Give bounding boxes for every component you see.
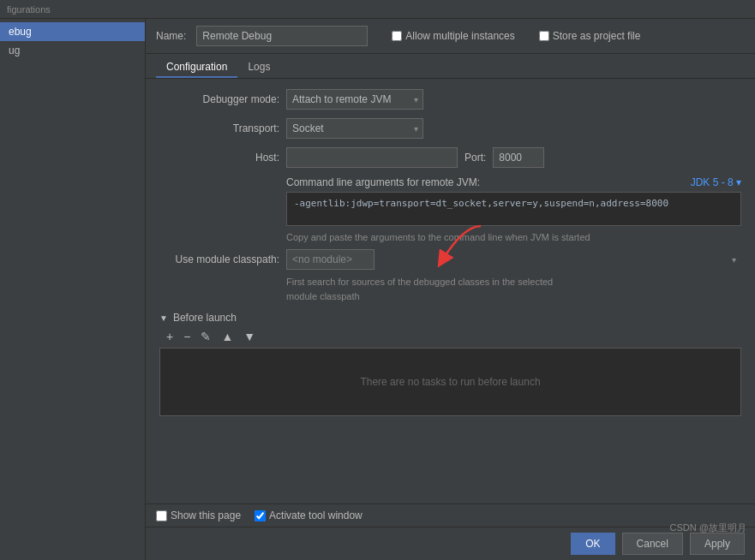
activate-tool-group: Activate tool window xyxy=(255,509,363,521)
transport-row: Transport: Socket Shared memory ▾ xyxy=(159,118,741,139)
cmd-label: Command line arguments for remote JVM: xyxy=(286,176,480,188)
top-bar: Name: Allow multiple instances Store as … xyxy=(146,19,755,54)
debugger-mode-select[interactable]: Attach to remote JVM Listen to remote JV… xyxy=(286,89,423,110)
before-launch-section: ▼ Before launch + − ✎ ▲ ▼ There are no t… xyxy=(159,312,741,416)
allow-multiple-group: Allow multiple instances xyxy=(392,30,514,42)
title-text: figurations xyxy=(7,4,51,15)
module-label: Use module classpath: xyxy=(159,253,279,265)
command-section: Command line arguments for remote JVM: J… xyxy=(159,176,741,242)
host-port-row: Host: Port: xyxy=(159,147,741,168)
tab-configuration[interactable]: Configuration xyxy=(156,57,237,78)
module-row: Use module classpath: <no module> ▾ xyxy=(159,249,741,270)
jdk-link[interactable]: JDK 5 - 8 ▾ xyxy=(691,176,741,188)
sidebar-item-ebug[interactable]: ebug xyxy=(0,22,145,41)
apply-button[interactable]: Apply xyxy=(690,533,745,555)
tasks-empty-text: There are no tasks to run before launch xyxy=(360,376,540,388)
allow-multiple-label: Allow multiple instances xyxy=(405,30,514,42)
show-page-checkbox[interactable] xyxy=(156,510,167,521)
name-label: Name: xyxy=(156,30,186,42)
before-launch-triangle-icon[interactable]: ▼ xyxy=(159,313,168,323)
run-configurations-dialog: figurations ebug ug Name: Allow multiple… xyxy=(0,0,755,560)
name-input[interactable] xyxy=(196,26,368,46)
tasks-empty-area: There are no tasks to run before launch xyxy=(159,348,741,416)
before-launch-label: Before launch xyxy=(173,312,237,324)
edit-task-button[interactable]: ✎ xyxy=(197,329,214,344)
bottom-checkboxes: Show this page Activate tool window xyxy=(146,503,755,527)
show-page-group: Show this page xyxy=(156,509,241,521)
port-label: Port: xyxy=(464,152,486,164)
sidebar-item-ug[interactable]: ug xyxy=(0,41,145,60)
before-launch-header: ▼ Before launch xyxy=(159,312,741,324)
host-label: Host: xyxy=(159,152,279,164)
module-arrow-icon: ▾ xyxy=(732,255,736,265)
port-input[interactable] xyxy=(493,147,544,168)
bottom-buttons: OK Cancel Apply xyxy=(146,527,755,560)
cmd-textarea-wrapper: -agentlib:jdwp=transport=dt_socket,serve… xyxy=(159,192,741,229)
sidebar: ebug ug xyxy=(0,19,146,560)
toolbar-row: + − ✎ ▲ ▼ xyxy=(159,329,741,344)
debugger-mode-label: Debugger mode: xyxy=(159,93,279,105)
cmd-textarea[interactable]: -agentlib:jdwp=transport=dt_socket,serve… xyxy=(286,192,741,226)
show-page-label: Show this page xyxy=(171,509,241,521)
module-select[interactable]: <no module> xyxy=(286,249,375,270)
config-body: Debugger mode: Attach to remote JVM List… xyxy=(146,79,755,503)
module-select-wrapper: <no module> ▾ xyxy=(286,249,741,270)
cancel-button[interactable]: Cancel xyxy=(622,533,683,555)
transport-label: Transport: xyxy=(159,122,279,134)
transport-select-wrapper: Socket Shared memory ▾ xyxy=(286,118,423,139)
tabs-bar: Configuration Logs xyxy=(146,54,755,79)
cmd-label-row: Command line arguments for remote JVM: J… xyxy=(159,176,741,188)
tab-logs[interactable]: Logs xyxy=(237,57,280,78)
host-input[interactable] xyxy=(286,147,458,168)
watermark: CSDN @故里明月 xyxy=(670,521,746,534)
store-project-label: Store as project file xyxy=(553,30,641,42)
activate-tool-label: Activate tool window xyxy=(269,509,363,521)
config-content: Debugger mode: Attach to remote JVM List… xyxy=(159,89,741,416)
store-project-group: Store as project file xyxy=(539,30,641,42)
transport-select[interactable]: Socket Shared memory xyxy=(286,118,423,139)
content-area: Name: Allow multiple instances Store as … xyxy=(146,19,755,560)
debugger-mode-select-wrapper: Attach to remote JVM Listen to remote JV… xyxy=(286,89,423,110)
activate-tool-checkbox[interactable] xyxy=(255,510,266,521)
cmd-hint: Copy and paste the arguments to the comm… xyxy=(159,232,741,242)
debugger-mode-row: Debugger mode: Attach to remote JVM List… xyxy=(159,89,741,110)
move-down-button[interactable]: ▼ xyxy=(240,329,259,344)
title-bar: figurations xyxy=(0,0,755,19)
allow-multiple-checkbox[interactable] xyxy=(392,31,402,41)
add-task-button[interactable]: + xyxy=(163,329,177,344)
main-area: ebug ug Name: Allow multiple instances S… xyxy=(0,19,755,560)
store-project-checkbox[interactable] xyxy=(539,31,549,41)
remove-task-button[interactable]: − xyxy=(180,329,194,344)
ok-button[interactable]: OK xyxy=(571,533,614,555)
move-up-button[interactable]: ▲ xyxy=(218,329,237,344)
module-hint: First search for sources of the debugged… xyxy=(159,275,741,303)
